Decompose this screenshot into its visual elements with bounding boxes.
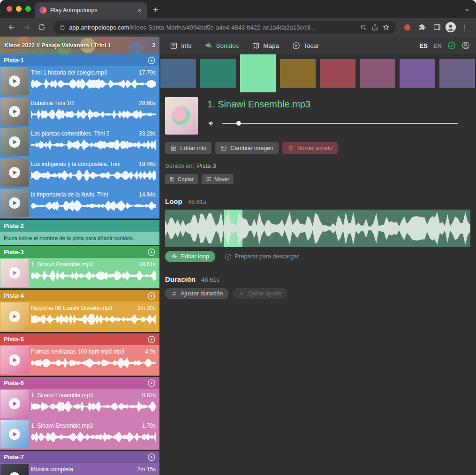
new-tab-button[interactable]: + xyxy=(153,5,159,15)
sound-item[interactable]: Palmas sevillanas 160 bpm mp3.mp34.9s xyxy=(0,345,159,376)
url-path: /Kleos-Santa-Marina/4994bd5e-a4e4-4843-b… xyxy=(129,24,316,31)
track-name: Pista-5 xyxy=(4,336,24,343)
sound-item[interactable]: 1. Sinawi Ensemble.mp348.61s xyxy=(0,258,159,288)
adjust-duration-button[interactable]: Ajustar duración xyxy=(165,288,229,299)
sound-thumbnail[interactable] xyxy=(0,67,29,95)
sound-image[interactable] xyxy=(165,97,198,135)
prepare-download-button[interactable]: Preparar para descargar xyxy=(222,253,302,261)
change-image-button[interactable]: Cambiar imágen xyxy=(215,142,279,154)
sound-item[interactable]: Trini 1 historia del colegio.mp317.79s xyxy=(0,66,159,97)
sound-thumbnail[interactable] xyxy=(0,302,29,331)
sound-thumbnail[interactable] xyxy=(0,98,29,126)
color-swatch-2[interactable] xyxy=(200,59,236,88)
language-en[interactable]: EN xyxy=(433,42,442,49)
sound-item[interactable]: 1. Sinawi Ensemble.mp30.82s xyxy=(0,389,159,419)
thumbnail-play-icon[interactable] xyxy=(8,166,21,179)
track-play-button[interactable] xyxy=(147,292,156,300)
sound-thumbnail[interactable] xyxy=(0,128,29,156)
edit-loop-button[interactable]: Editar loop xyxy=(165,251,215,262)
nav-tab-sonidos[interactable]: Sonidos xyxy=(205,42,239,50)
zoom-icon[interactable] xyxy=(360,23,368,31)
url-text[interactable]: app.antropoloops.com/Kleos-Santa-Marina/… xyxy=(69,24,356,31)
sound-item[interactable]: la importancia de la lluvia. Trini14.84s xyxy=(0,188,159,219)
move-button[interactable]: Mover xyxy=(202,174,234,184)
color-swatch-7[interactable] xyxy=(400,59,435,88)
thumbnail-play-icon[interactable] xyxy=(8,428,21,440)
extensions-puzzle-icon[interactable] xyxy=(415,20,429,34)
track-play-button[interactable] xyxy=(147,379,156,387)
thumbnail-play-icon[interactable] xyxy=(8,472,21,475)
track-play-button[interactable] xyxy=(147,56,156,65)
thumbnail-play-icon[interactable] xyxy=(8,136,21,148)
sound-title: Palmas sevillanas 160 bpm mp3.mp3 xyxy=(31,348,124,355)
track-header[interactable]: Pista-5 xyxy=(0,333,159,345)
breadcrumb[interactable]: Kleos 2022 // Pasaje Valvanera / Trini 1… xyxy=(0,37,159,54)
sound-thumbnail[interactable] xyxy=(0,259,29,287)
sound-item[interactable]: 1. Sinawi Ensemble.mp31.79s xyxy=(0,419,159,450)
sound-thumbnail[interactable] xyxy=(0,464,29,475)
color-swatch-1[interactable] xyxy=(160,59,196,88)
nav-tab-tocar[interactable]: Tocar xyxy=(292,42,319,50)
copy-button[interactable]: Copiar xyxy=(165,174,198,184)
sound-item[interactable]: Nipponia 06 Esashi Oiwake.mp32m 30s xyxy=(0,302,159,332)
thumbnail-play-icon[interactable] xyxy=(8,197,21,209)
browser-tab[interactable]: Play Antropoloops × xyxy=(35,2,147,18)
edit-info-button[interactable]: Editar info xyxy=(165,142,212,154)
color-swatch-6[interactable] xyxy=(360,59,395,88)
delete-sound-button[interactable]: Borrar sonido xyxy=(282,142,338,154)
track-header[interactable]: Pista-2 xyxy=(0,220,159,232)
thumbnail-play-icon[interactable] xyxy=(8,106,21,118)
sound-item[interactable]: Bubulina Trini 1\229.68s xyxy=(0,97,159,127)
track-header[interactable]: Pista-1 xyxy=(0,54,159,66)
language-es[interactable]: ES xyxy=(420,42,428,49)
sound-item[interactable]: Musica completa2m 15s xyxy=(0,463,159,475)
sound-thumbnail[interactable] xyxy=(0,390,29,418)
share-icon[interactable] xyxy=(371,23,379,31)
nav-tab-mapa[interactable]: Mapa xyxy=(252,42,279,50)
track-header[interactable]: Pista-6 xyxy=(0,377,159,389)
account-icon[interactable] xyxy=(461,41,470,50)
minimize-window-button[interactable] xyxy=(16,6,22,12)
track-empty-message[interactable]: Pulsa sobre el nombre de la pista para a… xyxy=(0,232,159,245)
color-swatch-8[interactable] xyxy=(439,59,475,88)
profile-avatar[interactable] xyxy=(445,22,456,33)
forward-icon[interactable] xyxy=(20,20,34,34)
back-icon[interactable] xyxy=(5,20,19,34)
sound-thumbnail[interactable] xyxy=(0,158,29,187)
thumbnail-play-icon[interactable] xyxy=(8,75,21,87)
color-swatch-3-selected[interactable] xyxy=(240,54,276,92)
tab-search-chevron-icon[interactable] xyxy=(464,7,470,13)
track-play-button[interactable] xyxy=(147,453,156,461)
thumbnail-play-icon[interactable] xyxy=(8,310,21,323)
bookmark-star-icon[interactable] xyxy=(382,23,390,31)
thumbnail-play-icon[interactable] xyxy=(8,267,21,279)
color-swatch-5[interactable] xyxy=(320,59,355,88)
track-header[interactable]: Pista-3 xyxy=(0,246,159,258)
nav-tab-info[interactable]: Info xyxy=(170,42,192,50)
volume-thumb[interactable] xyxy=(236,121,241,126)
reload-icon[interactable] xyxy=(35,20,49,34)
thumbnail-play-icon[interactable] xyxy=(8,354,21,366)
fullscreen-window-button[interactable] xyxy=(25,6,31,12)
sound-thumbnail[interactable] xyxy=(0,346,29,374)
side-panel-icon[interactable] xyxy=(430,20,444,34)
sound-item[interactable]: Los indígenas y la compostela. Trini19.4… xyxy=(0,158,159,188)
menu-dots-icon[interactable]: ⋮ xyxy=(457,20,471,34)
tab-close-icon[interactable]: × xyxy=(136,7,143,14)
thumbnail-play-icon[interactable] xyxy=(8,398,21,410)
track-play-button[interactable] xyxy=(147,248,156,256)
address-bar[interactable]: app.antropoloops.com/Kleos-Santa-Marina/… xyxy=(53,21,396,34)
sound-thumbnail[interactable] xyxy=(0,420,29,448)
sound-thumbnail[interactable] xyxy=(0,189,29,217)
track-play-button[interactable] xyxy=(147,335,156,344)
loop-waveform-panel[interactable] xyxy=(165,210,470,247)
track-header[interactable]: Pista-4 xyxy=(0,290,159,302)
close-window-button[interactable] xyxy=(7,6,12,12)
color-swatch-4[interactable] xyxy=(280,59,316,88)
sound-in-track-link[interactable]: Pista-3 xyxy=(197,162,216,169)
track-header[interactable]: Pista-7 xyxy=(0,451,159,463)
sound-item[interactable]: Las plantas comestibles. Trini 533.28s xyxy=(0,127,159,158)
recording-indicator-icon[interactable] xyxy=(404,24,410,30)
remove-adjust-button[interactable]: Quitar ajuste xyxy=(233,288,287,299)
volume-slider[interactable] xyxy=(222,121,458,126)
